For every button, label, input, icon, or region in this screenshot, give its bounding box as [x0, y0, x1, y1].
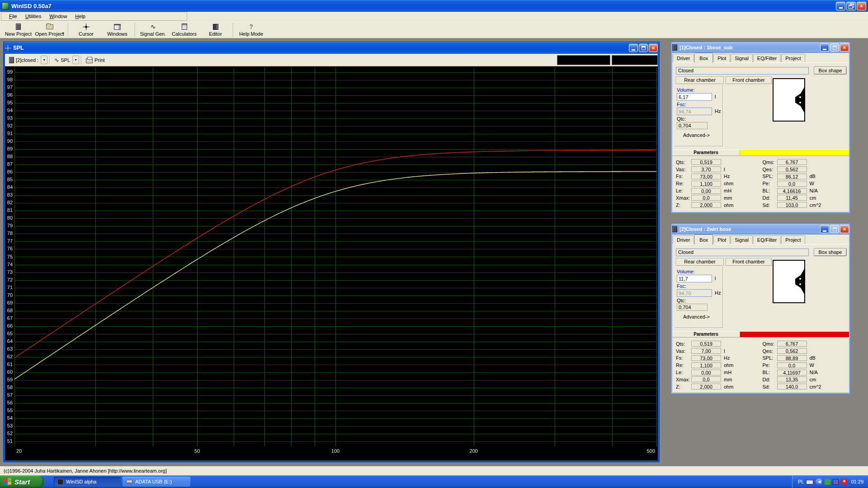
spl-titlebar[interactable]: SPL × [4, 42, 659, 54]
tray-icon-green[interactable] [825, 479, 830, 485]
advanced-button[interactable]: Advanced-> [683, 314, 721, 319]
parameter-row: Fs:73,00Hz [676, 355, 763, 362]
start-button[interactable]: Start [0, 475, 44, 488]
parameters-grid: Qts:0,519Vas:7,00lFs:73,00HzRe:1,100ohmL… [672, 338, 849, 392]
tab-eq-filter[interactable]: EQ/Filter [753, 235, 781, 244]
project1-maximize-button[interactable] [830, 43, 839, 52]
menu-utilities[interactable]: Utilities [21, 13, 45, 20]
spl-close-button[interactable]: × [649, 44, 658, 52]
winisd-application: WinISD 0.50a7 × File Utilities Window He… [0, 0, 868, 488]
project2-minimize-button[interactable] [820, 225, 829, 233]
restore-button[interactable] [846, 2, 856, 10]
taskbar-task-usb[interactable]: ADATA USB (E:) [123, 477, 190, 487]
tab-project[interactable]: Project [781, 235, 805, 244]
minimize-button[interactable] [836, 2, 845, 10]
box-type-field[interactable]: Closed [676, 249, 809, 256]
calculators-button[interactable]: Calculators [169, 22, 200, 38]
tab-signal[interactable]: Signal [731, 235, 753, 244]
tray-icon-display[interactable] [833, 479, 839, 485]
editor-button[interactable]: Editor [200, 22, 231, 38]
keyboard-icon[interactable] [806, 479, 813, 484]
qtc-label: Qtc: [677, 116, 721, 122]
spl-print-button[interactable]: Print [84, 56, 107, 65]
volume-label: Volume: [677, 269, 721, 274]
parameter-row: BL:4,16616N/A [763, 187, 849, 194]
fsc-input[interactable] [677, 108, 712, 115]
windows-button[interactable]: Windows [102, 22, 133, 38]
open-project-icon [46, 24, 53, 29]
advanced-button[interactable]: Advanced-> [683, 132, 721, 138]
parameters-panel: Parameters Qts:0,519Vas:3,70lFs:73,00HzR… [672, 150, 849, 211]
close-button[interactable]: × [857, 2, 866, 10]
signal-generator-icon: ∿ [151, 23, 156, 30]
volume-input[interactable] [677, 93, 712, 101]
windows-icon [114, 24, 121, 30]
toolbar-separator [233, 23, 234, 37]
statusbar-text: (c)1996-2004 Juha Hartikainen, Janne Aho… [4, 468, 167, 474]
taskbar-task-winisd[interactable]: WinISD alpha [54, 477, 121, 487]
parameter-row: Sd:103,0cm^2 [763, 202, 849, 209]
tab-driver[interactable]: Driver [673, 54, 694, 63]
menu-window[interactable]: Window [45, 13, 71, 20]
menu-file[interactable]: File [5, 13, 21, 20]
cursor-button[interactable]: Cursor [71, 22, 102, 38]
front-chamber-button[interactable]: Front chamber [726, 258, 772, 266]
spl-maximize-button[interactable] [639, 44, 648, 52]
tab-eq-filter[interactable]: EQ/Filter [753, 54, 781, 63]
new-project-button[interactable]: New Project [3, 22, 34, 38]
project1-minimize-button[interactable] [820, 43, 829, 52]
box-type-field[interactable]: Closed [676, 67, 809, 75]
tray-chevron-icon[interactable]: ◀ [816, 479, 822, 485]
mdi-workspace: SPL × [2]closed : ▼ ∿ SPL ▼ [0, 38, 868, 466]
tab-box[interactable]: Box [694, 53, 713, 63]
toolbar-separator [68, 23, 69, 37]
spl-plot-type-dropdown[interactable]: ▼ [72, 56, 79, 64]
tab-project[interactable]: Project [781, 54, 805, 63]
windows-logo-icon [4, 478, 12, 486]
rear-chamber-button[interactable]: Rear chamber [676, 76, 724, 84]
tab-signal[interactable]: Signal [731, 54, 753, 63]
spl-plot-type-selector[interactable]: ∿ SPL [52, 56, 72, 65]
cursor-readout-box [612, 55, 658, 65]
box-shape-button[interactable]: Box shape [814, 248, 847, 256]
volume-label: Volume: [677, 87, 721, 93]
project1-titlebar[interactable]: [1]Closed : 1bose_sub × [671, 42, 850, 53]
parameter-row: Qes:0,562 [763, 166, 849, 173]
language-indicator[interactable]: PL [798, 479, 804, 484]
project2-close-button[interactable]: × [840, 225, 849, 233]
menu-help[interactable]: Help [71, 13, 90, 20]
spl-chart[interactable] [5, 66, 658, 460]
spl-minimize-button[interactable] [629, 44, 638, 52]
fsc-label: Fsc: [677, 102, 721, 107]
open-project-button[interactable]: Open Project [34, 22, 65, 38]
tab-driver[interactable]: Driver [673, 235, 694, 244]
volume-input[interactable] [677, 275, 712, 282]
parameter-row: Re:1,100ohm [676, 180, 763, 187]
cursor-icon [83, 23, 90, 30]
spl-project-dropdown[interactable]: ▼ [41, 56, 47, 64]
fsc-input[interactable] [677, 289, 712, 297]
help-mode-button[interactable]: ? Help Mode [236, 22, 267, 38]
parameter-row: Xmax:0,0mm [676, 376, 763, 383]
qtc-value: 0,704 [677, 304, 708, 311]
fsc-label: Fsc: [677, 283, 721, 289]
app-icon [2, 2, 9, 9]
app-title: WinISD 0.50a7 [11, 3, 52, 9]
security-shield-icon[interactable]: ✕ [841, 479, 847, 485]
parameter-row: BL:4,11697N/A [763, 369, 849, 376]
box-shape-button[interactable]: Box shape [814, 66, 847, 75]
tab-plot[interactable]: Plot [713, 235, 730, 244]
taskbar: Start WinISD alpha ADATA USB (E:) PL ◀ ✕… [0, 475, 868, 488]
parameters-grid: Qts:0,519Vas:3,70lFs:73,00HzRe:1,100ohmL… [672, 156, 849, 211]
tab-plot[interactable]: Plot [713, 54, 730, 63]
project2-maximize-button[interactable] [830, 225, 839, 233]
spl-project-selector[interactable]: [2]closed : [7, 56, 41, 65]
parameter-row: Vas:3,70l [676, 166, 763, 173]
project2-titlebar[interactable]: [2]Closed : 2wirt bose × [671, 224, 850, 235]
system-tray: PL ◀ ✕ 01:29 [792, 475, 868, 488]
signal-gen-button[interactable]: ∿ Signal Gen. [137, 22, 169, 38]
rear-chamber-button[interactable]: Rear chamber [676, 258, 724, 266]
tab-box[interactable]: Box [694, 235, 713, 244]
front-chamber-button[interactable]: Front chamber [726, 76, 772, 84]
project1-close-button[interactable]: × [840, 43, 849, 52]
